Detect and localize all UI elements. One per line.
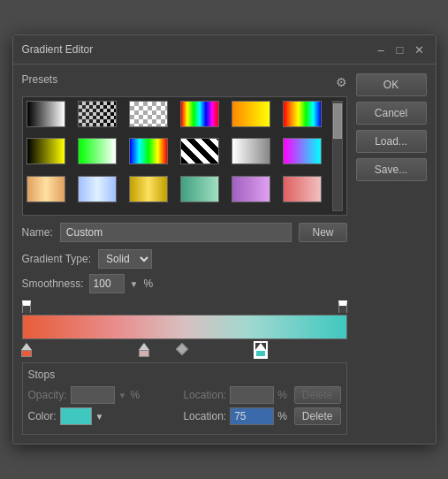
color-dropdown-arrow[interactable]: ▼ [95,412,104,422]
new-button[interactable]: New [299,223,346,242]
opacity-row: Opacity: ▼ % Location: % Delete [28,386,341,404]
smoothness-row: Smoothness: ▼ % [22,274,347,293]
preset-swatch-8[interactable] [129,138,168,164]
color-stop-40[interactable] [139,343,149,357]
preset-swatch-6[interactable] [27,138,65,164]
color-col: Color: ▼ [28,407,104,425]
dialog-title: Gradient Editor [22,43,94,56]
cancel-button[interactable]: Cancel [356,102,427,125]
opacity-col: Opacity: ▼ % [28,386,140,404]
name-input[interactable] [60,223,292,242]
midpoint-diamond[interactable] [176,343,188,355]
preset-swatch-5[interactable] [283,101,322,127]
color-row: Color: ▼ Location: % Delete [28,407,341,425]
color-location-label: Location: [183,410,226,422]
smoothness-unit: % [143,278,153,290]
scrollbar-thumb[interactable] [333,103,342,139]
opacity-label: Opacity: [28,389,67,401]
preset-swatch-1[interactable] [78,101,117,127]
preset-swatch-7[interactable] [78,138,117,164]
name-row: Name: New [22,223,347,242]
right-panel: OK Cancel Load... Save... [356,73,427,435]
maximize-button[interactable]: □ [393,42,407,57]
gradient-type-row: Gradient Type: Solid Noise [22,249,347,269]
preset-swatch-12[interactable] [27,176,65,202]
preset-swatch-2[interactable] [129,101,168,127]
window-controls: ‒ □ ✕ [374,42,427,57]
gradient-bar[interactable] [22,315,347,339]
smoothness-input[interactable] [89,274,125,293]
preset-swatch-0[interactable] [27,101,65,127]
delete-opacity-button[interactable]: Delete [294,386,341,404]
gradient-bar-area [22,300,347,357]
presets-scrollbar[interactable] [332,101,343,211]
preset-swatch-14[interactable] [129,176,168,202]
opacity-stop-left[interactable] [22,300,31,313]
color-label: Color: [28,410,57,422]
presets-label: Presets [22,73,58,86]
presets-header: Presets ⚙ [22,73,347,91]
stops-section: Stops Opacity: ▼ % Location: % Delete [22,362,347,435]
gradient-type-select[interactable]: Solid Noise [98,249,152,269]
preset-swatch-16[interactable] [232,176,270,202]
preset-swatch-4[interactable] [232,101,270,127]
preset-swatch-9[interactable] [180,138,219,164]
top-stops-row [22,300,347,313]
smoothness-dropdown-arrow[interactable]: ▼ [130,279,139,289]
color-swatch-box: ▼ [60,407,104,425]
presets-grid-wrapper [22,96,347,216]
smoothness-label: Smoothness: [22,278,84,290]
opacity-location-unit: % [277,389,287,401]
close-button[interactable]: ✕ [413,42,427,57]
delete-color-button[interactable]: Delete [294,407,341,425]
color-preview[interactable] [60,407,92,425]
bottom-stops-row [22,341,347,357]
gear-icon[interactable]: ⚙ [336,75,347,89]
left-panel: Presets ⚙ [22,73,347,435]
color-stop-75[interactable] [255,343,266,357]
presets-grid [27,101,332,211]
preset-swatch-17[interactable] [283,176,322,202]
opacity-dropdown[interactable]: ▼ [118,391,127,400]
save-button[interactable]: Save... [356,158,427,181]
minimize-button[interactable]: ‒ [374,42,388,57]
opacity-location-col: Location: % [183,386,286,404]
name-label: Name: [22,226,53,239]
gradient-editor-dialog: Gradient Editor ‒ □ ✕ Presets ⚙ [12,34,437,445]
color-stop-0[interactable] [21,343,32,357]
preset-swatch-10[interactable] [232,138,270,164]
opacity-location-label: Location: [183,389,226,401]
load-button[interactable]: Load... [356,130,427,153]
opacity-stop-right[interactable] [338,300,347,313]
stops-title: Stops [28,369,341,381]
dialog-body: Presets ⚙ [13,65,436,444]
preset-swatch-11[interactable] [283,138,322,164]
color-location-input[interactable] [230,407,274,425]
color-location-col: Location: % [183,407,286,425]
gradient-type-label: Gradient Type: [22,253,92,265]
preset-swatch-13[interactable] [78,176,117,202]
opacity-input[interactable] [71,386,115,404]
preset-swatch-15[interactable] [180,176,219,202]
opacity-location-input[interactable] [230,386,274,404]
title-bar: Gradient Editor ‒ □ ✕ [13,35,436,65]
color-location-unit: % [277,410,287,422]
opacity-unit: % [130,389,140,401]
ok-button[interactable]: OK [356,73,427,96]
preset-swatch-3[interactable] [180,101,219,127]
